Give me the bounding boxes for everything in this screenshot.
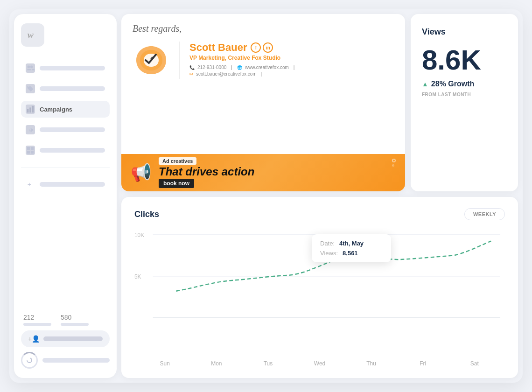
add-user-button[interactable]: +👤 <box>21 330 110 347</box>
stat-2: 580 <box>61 314 89 326</box>
contact-email-row: ✉ scott.bauer@creativefox.com | <box>189 71 394 77</box>
sidebar-label-settings <box>40 127 105 132</box>
globe-icon: 🌐 <box>237 65 242 70</box>
stat-bar-2 <box>61 323 89 326</box>
clicks-title: Clicks <box>134 210 159 219</box>
chart-tooltip: Date: 4th, May Views: 8,561 <box>312 234 391 262</box>
spinner-icon <box>21 352 38 369</box>
clicks-card: Clicks WEEKLY 10K 5K <box>121 197 518 378</box>
sidebar-item-add[interactable]: + <box>21 176 110 193</box>
sidebar-footer <box>21 352 110 369</box>
contact-row: Scott Bauer f in VP Marketing, Creative … <box>133 42 394 79</box>
svg-rect-4 <box>27 147 30 150</box>
sidebar: w Campaigns <box>14 14 117 378</box>
add-user-icon: +👤 <box>28 335 40 343</box>
ad-banner-wrapper: 📢 Ad creatives That drives action book n… <box>121 154 405 191</box>
email-card: Best regards, <box>121 14 405 191</box>
email-card-top: Best regards, <box>121 14 405 154</box>
sidebar-logo: w <box>21 23 44 47</box>
svg-text:10K: 10K <box>134 232 144 238</box>
sidebar-divider <box>21 167 110 168</box>
contact-details: 📞 212-931-0000 | 🌐 www.creativefox.com |… <box>189 65 394 77</box>
tooltip-date-value: 4th, May <box>339 240 364 247</box>
stat-count-1: 212 <box>23 314 51 321</box>
tooltip-date-label: Date: <box>320 240 335 247</box>
views-card: Views 8.6K ▲ 28% Growth FROM LAST MONTH <box>411 14 518 191</box>
ad-banner: 📢 Ad creatives That drives action book n… <box>121 154 405 191</box>
sidebar-stats: 212 580 <box>21 314 110 326</box>
sidebar-item-settings[interactable] <box>21 121 110 138</box>
grid-icon <box>26 146 35 155</box>
sidebar-label-messages <box>40 86 105 91</box>
chart-area: 10K 5K <box>134 225 505 363</box>
tooltip-date-row: Date: 4th, May <box>320 240 383 247</box>
plus-icon: + <box>26 180 35 189</box>
tooltip-views-row: Views: 8,561 <box>320 250 383 257</box>
stat-count-2: 580 <box>61 314 89 321</box>
sidebar-bottom: 212 580 +👤 <box>21 314 110 369</box>
social-icons: f in <box>251 42 273 53</box>
users-icon <box>26 63 35 73</box>
svg-rect-3 <box>32 106 34 112</box>
gear-icon <box>26 125 35 134</box>
tooltip-views-label: Views: <box>320 250 338 257</box>
views-subtitle: FROM LAST MONTH <box>422 92 507 97</box>
svg-rect-2 <box>29 107 31 112</box>
sidebar-item-messages[interactable] <box>21 80 110 97</box>
linkedin-icon[interactable]: in <box>263 42 273 53</box>
contact-title: VP Marketing, Creative Fox Studio <box>189 55 394 61</box>
tooltip-views-value: 8,561 <box>343 250 358 257</box>
contact-phone-row: 📞 212-931-0000 | 🌐 www.creativefox.com | <box>189 65 394 70</box>
views-number: 8.6K <box>422 46 507 74</box>
add-user-label <box>43 336 103 341</box>
svg-point-9 <box>27 358 32 363</box>
book-now-cta[interactable]: book now <box>159 179 194 188</box>
ad-text-container: Ad creatives That drives action book now <box>159 157 254 188</box>
svg-rect-1 <box>27 109 29 112</box>
top-row: Best regards, <box>121 14 518 191</box>
contact-divider <box>179 42 180 79</box>
footer-label <box>42 358 110 363</box>
sidebar-label-contacts <box>40 66 105 70</box>
svg-text:+: + <box>28 181 31 188</box>
megaphone-icon: 📢 <box>131 163 152 182</box>
svg-text:5K: 5K <box>134 273 141 280</box>
mail-icon: ✉ <box>189 72 193 77</box>
views-growth: ▲ 28% Growth <box>422 80 507 88</box>
facebook-icon[interactable]: f <box>251 42 261 53</box>
growth-arrow-icon: ▲ <box>422 80 428 88</box>
sidebar-label-add <box>40 182 105 187</box>
ad-decorations <box>392 159 396 167</box>
svg-rect-6 <box>27 151 30 154</box>
sidebar-label-campaigns: Campaigns <box>40 106 72 113</box>
contact-name: Scott Bauer f in <box>189 42 394 54</box>
sidebar-label-grid <box>40 148 105 153</box>
svg-text:w: w <box>28 30 34 40</box>
contact-logo <box>133 42 170 79</box>
svg-rect-7 <box>31 151 34 154</box>
sidebar-item-contacts[interactable] <box>21 60 110 77</box>
stat-1: 212 <box>23 314 51 326</box>
phone-icon: 📞 <box>189 65 195 70</box>
ad-tag: Ad creatives <box>159 157 196 165</box>
ad-headline: That drives action <box>159 166 254 177</box>
sidebar-item-grid[interactable] <box>21 142 110 159</box>
main-content: Best regards, <box>121 9 523 383</box>
tag-icon <box>26 84 35 93</box>
stat-bar-1 <box>23 323 51 326</box>
contact-info: Scott Bauer f in VP Marketing, Creative … <box>189 42 394 77</box>
svg-rect-5 <box>31 147 34 150</box>
sidebar-item-campaigns[interactable]: Campaigns <box>21 101 110 118</box>
weekly-button[interactable]: WEEKLY <box>464 208 505 220</box>
views-title: Views <box>422 27 507 37</box>
bar-chart-icon <box>26 105 35 114</box>
greeting-text: Best regards, <box>133 23 394 34</box>
clicks-header: Clicks WEEKLY <box>134 208 505 220</box>
